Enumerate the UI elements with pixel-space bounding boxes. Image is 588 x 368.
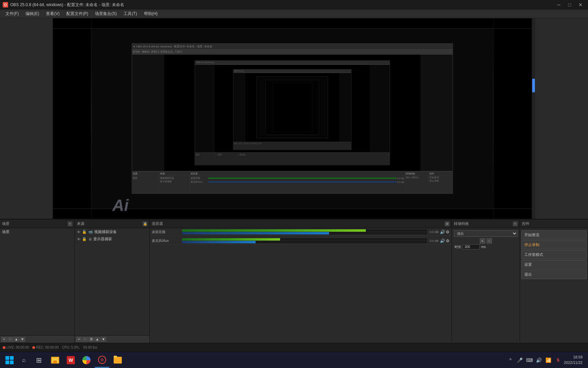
rec-label: REC: — [36, 346, 44, 349]
transitions-header-icons: + — [513, 221, 518, 226]
scene-item-label: 场景 — [2, 229, 10, 234]
taskbar-browser-icon[interactable] — [79, 353, 94, 368]
menu-profile[interactable]: 配置文件(P) — [63, 10, 92, 17]
tray-keyboard-icon[interactable]: ⌨ — [526, 356, 533, 364]
source-add-btn[interactable]: + — [76, 337, 82, 342]
duration-input[interactable] — [463, 244, 480, 249]
scene-remove-btn[interactable]: − — [7, 337, 13, 342]
track-0-mute[interactable]: 🔊 — [440, 230, 445, 234]
transitions-add-btn[interactable]: + — [513, 221, 518, 226]
taskbar-folder-icon[interactable] — [110, 353, 125, 368]
scenes-label: 场景 — [2, 221, 10, 226]
track-1-name: 麦克风/Aux — [152, 239, 181, 243]
source-0-lock[interactable]: 🔓 — [82, 230, 87, 234]
panel-headers-row: 场景 + 来源 🔒 混音器 ⚙ 转场特效 + 控件 — [0, 219, 588, 228]
source-1-lock[interactable]: 🔓 — [82, 237, 87, 241]
menu-scene-collection[interactable]: 场景集合(S) — [92, 10, 120, 17]
track-0-fill-top — [182, 229, 366, 232]
task-view-btn[interactable]: ⊞ — [31, 353, 46, 368]
maximize-button[interactable]: □ — [565, 0, 574, 10]
scenes-add-btn[interactable]: + — [68, 221, 72, 226]
menu-view[interactable]: 查看(V) — [43, 10, 63, 17]
source-down-btn[interactable]: ▼ — [101, 337, 106, 342]
live-indicator: LIVE: 00:00:00 — [3, 346, 29, 349]
menu-file[interactable]: 文件(F) — [2, 10, 22, 17]
sources-list: 👁 🔓 📹 视频捕获设备 👁 🔓 🖥 显示器捕获 — [75, 228, 149, 335]
tray-volume-icon[interactable]: 🔊 — [535, 356, 543, 364]
duration-control: 时长 ms — [454, 244, 518, 250]
scene-add-btn[interactable]: + — [1, 337, 7, 342]
track-0-name: 桌面音频 — [152, 230, 181, 234]
search-button[interactable]: ⌕ — [18, 354, 30, 366]
track-1-icons: 🔊 ⚙ — [440, 239, 450, 243]
source-settings-btn[interactable]: ⚙ — [88, 337, 94, 342]
taskbar-wps-icon[interactable]: W — [63, 353, 78, 368]
system-tray: ^ 🎤 ⌨ 🔊 📶 S 18:58 2022/11/22 — [507, 355, 585, 365]
track-0-meter — [182, 229, 427, 234]
source-up-btn[interactable]: ▲ — [95, 337, 100, 342]
start-stream-btn[interactable]: 开始推流 — [521, 230, 587, 240]
win-tile-2 — [10, 356, 14, 360]
menu-help[interactable]: 帮助(H) — [141, 10, 161, 17]
studio-mode-btn[interactable]: 工作室模式 — [521, 250, 587, 259]
slider-handle[interactable] — [532, 79, 535, 92]
tray-expand-btn[interactable]: ^ — [507, 356, 514, 364]
mixer-settings-btn[interactable]: ⚙ — [445, 221, 450, 226]
app-icon: O — [3, 2, 8, 7]
taskbar-obs-icon[interactable]: O — [95, 353, 110, 368]
settings-btn[interactable]: 设置 — [521, 260, 587, 269]
scenes-header-icons: + — [68, 221, 72, 226]
tray-network-icon[interactable]: 📶 — [545, 356, 552, 364]
track-1-mute[interactable]: 🔊 — [440, 239, 445, 243]
transition-type-select[interactable]: 淡出 — [454, 230, 518, 237]
stop-rec-btn[interactable]: 停止录制 — [521, 240, 587, 249]
track-1-props[interactable]: ⚙ — [446, 239, 450, 243]
transitions-panel: 淡出 + − 时长 ms — [452, 228, 520, 343]
transition-controls: + − — [454, 238, 518, 244]
title-bar: O OBS 25.0.8 (64-bit, windows) - 配置文件: 未… — [0, 0, 588, 10]
mixer-panel: 桌面音频 0.0 dB 🔊 ⚙ — [150, 228, 452, 343]
taskbar-apps: W O — [48, 353, 125, 368]
track-0-props[interactable]: ⚙ — [446, 230, 450, 234]
taskbar: ⌕ ⊞ W O ^ 🎤 ⌨ — [0, 352, 588, 368]
cpu-label: CPU: 5.3%, — [62, 346, 80, 349]
source-1-eye[interactable]: 👁 — [77, 237, 81, 241]
source-item-1[interactable]: 👁 🔓 🖥 显示器捕获 — [75, 235, 149, 243]
rec-dot — [32, 346, 35, 349]
live-time: 00:00:00 — [16, 346, 29, 349]
transition-add-btn[interactable]: + — [480, 238, 485, 244]
close-button[interactable]: ✕ — [576, 0, 585, 10]
scene-up-btn[interactable]: ▲ — [14, 337, 19, 342]
rec-indicator: REC: 00:00:00 — [32, 346, 59, 349]
scenes-panel: 场景 + − ▲ ▼ — [0, 228, 75, 343]
source-0-eye[interactable]: 👁 — [77, 230, 81, 234]
track-0-db: 0.0 dB — [428, 230, 439, 234]
tray-date-display: 2022/11/22 — [564, 360, 583, 365]
taskbar-explorer-icon[interactable] — [48, 353, 63, 368]
transition-remove-btn[interactable]: − — [487, 238, 492, 244]
exit-btn[interactable]: 退出 — [521, 270, 587, 279]
track-1-fill-bot — [182, 241, 256, 243]
panel-body: 场景 + − ▲ ▼ 👁 🔓 📹 视频捕获设备 👁 — [0, 228, 588, 343]
menu-tools[interactable]: 工具(T) — [120, 10, 140, 17]
scene-item-1[interactable]: 场景 — [0, 228, 75, 235]
source-0-label: 视频捕获设备 — [94, 229, 117, 234]
tray-mic-icon[interactable]: 🎤 — [516, 356, 524, 364]
source-item-0[interactable]: 👁 🔓 📹 视频捕获设备 — [75, 228, 149, 235]
track-0-fill-bot — [182, 232, 329, 234]
duration-label: 时长 — [455, 245, 461, 249]
scene-down-btn[interactable]: ▼ — [20, 337, 25, 342]
tray-obs-tray-icon[interactable]: S — [554, 356, 562, 364]
source-remove-btn[interactable]: − — [82, 337, 88, 342]
menu-edit[interactable]: 编辑(E) — [22, 10, 43, 17]
right-vertical-slider[interactable] — [532, 18, 535, 219]
track-1-bar-bot — [182, 241, 427, 243]
ai-watermark: Ai — [112, 196, 129, 215]
live-label: LIVE: — [6, 346, 15, 349]
sources-lock-btn[interactable]: 🔒 — [143, 221, 147, 226]
start-button[interactable] — [3, 353, 16, 367]
ai-text: Ai — [112, 196, 129, 214]
win-tile-4 — [10, 361, 14, 364]
minimize-button[interactable]: ─ — [554, 0, 564, 10]
track-1-bar-top — [182, 238, 427, 241]
